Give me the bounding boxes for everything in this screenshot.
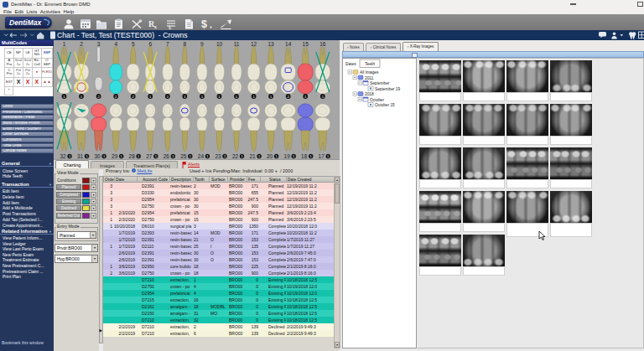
- svg-text:16: 16: [319, 41, 326, 47]
- svg-text:28: 28: [129, 153, 136, 159]
- svg-text:29: 29: [112, 153, 118, 159]
- svg-text:$: $: [169, 24, 171, 29]
- svg-text:27: 27: [146, 153, 153, 159]
- svg-text:$: $: [201, 18, 207, 29]
- svg-text:October: October: [370, 98, 384, 102]
- svg-text:September: September: [370, 81, 390, 85]
- svg-text:1: 1: [63, 41, 66, 47]
- svg-text:22: 22: [232, 153, 239, 159]
- svg-text:21: 21: [249, 153, 256, 159]
- svg-text:Teeth: Teeth: [365, 62, 375, 66]
- svg-text:Dates: Dates: [345, 62, 356, 66]
- svg-text:31: 31: [77, 153, 84, 159]
- svg-text:September 19: September 19: [375, 87, 400, 91]
- svg-text:3: 3: [97, 41, 101, 47]
- svg-text:18: 18: [301, 153, 308, 159]
- svg-text:25: 25: [180, 153, 187, 159]
- svg-text:17: 17: [319, 153, 325, 159]
- svg-text:23: 23: [215, 153, 221, 159]
- svg-text:All Images: All Images: [360, 70, 379, 75]
- svg-text:19: 19: [284, 153, 291, 159]
- svg-text:14: 14: [285, 41, 292, 47]
- svg-text:2018: 2018: [365, 92, 374, 96]
- svg-text:x: x: [154, 23, 158, 29]
- svg-text:30: 30: [94, 153, 101, 159]
- svg-text:15: 15: [303, 41, 309, 47]
- svg-text:24: 24: [198, 153, 205, 159]
- svg-text:26: 26: [164, 153, 170, 159]
- svg-text:October 15: October 15: [375, 103, 395, 107]
- svg-text:2: 2: [80, 41, 83, 47]
- svg-text:32: 32: [60, 153, 66, 159]
- svg-text:20: 20: [267, 153, 273, 159]
- svg-text:2011: 2011: [365, 76, 374, 80]
